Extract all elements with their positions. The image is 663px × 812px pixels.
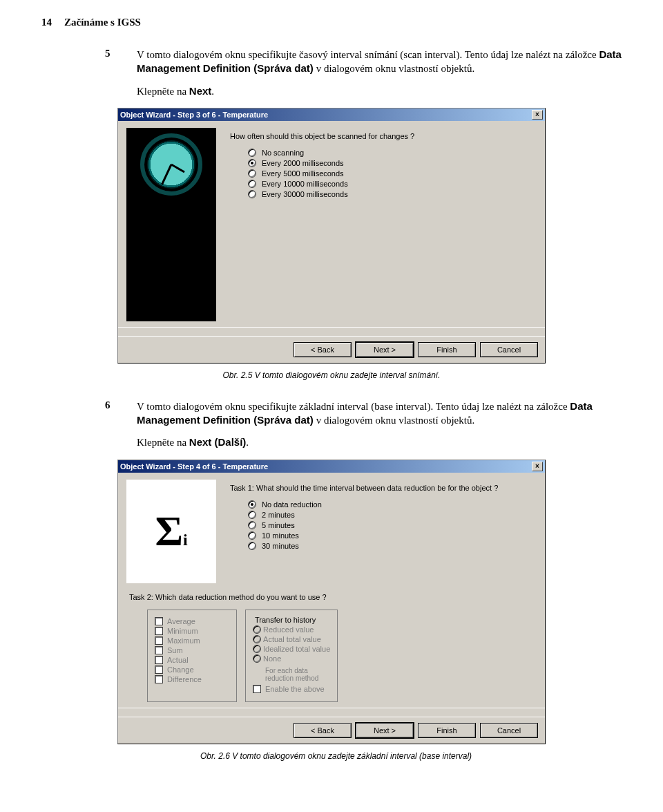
checkbox-icon[interactable] bbox=[155, 627, 163, 635]
transfer-history-box: Transfer to history Reduced value Actual… bbox=[245, 610, 338, 702]
finish-button[interactable]: Finish bbox=[418, 723, 476, 738]
back-button[interactable]: < Back bbox=[294, 723, 352, 738]
sigma-icon: Σi bbox=[155, 507, 187, 556]
checkbox-icon[interactable] bbox=[155, 656, 163, 664]
close-icon[interactable]: × bbox=[532, 462, 543, 471]
radio-option[interactable]: 2 minutes bbox=[248, 511, 534, 519]
radio-label: Every 10000 milliseconds bbox=[262, 180, 348, 188]
radio-label: Every 5000 milliseconds bbox=[262, 169, 344, 178]
checkbox-icon[interactable] bbox=[155, 636, 163, 645]
button-row: < Back Next > Finish Cancel bbox=[118, 717, 545, 744]
cancel-button[interactable]: Cancel bbox=[480, 723, 538, 738]
page-header: 14 Začínáme s IGSS bbox=[41, 17, 622, 28]
radio-icon[interactable] bbox=[248, 169, 256, 178]
fieldset-legend: Transfer to history bbox=[253, 616, 318, 624]
reduction-methods-box: Average Minimum Maximum Sum Actual Chang… bbox=[147, 610, 237, 702]
radio-option: Actual total value bbox=[253, 635, 330, 643]
page-title: Začínáme s IGSS bbox=[64, 17, 141, 28]
radio-option[interactable]: Every 5000 milliseconds bbox=[248, 169, 534, 178]
checkbox-option[interactable]: Difference bbox=[155, 675, 229, 683]
wizard-dialog-step3: Object Wizard - Step 3 of 6 - Temperatur… bbox=[117, 108, 546, 363]
next-button[interactable]: Next > bbox=[356, 723, 414, 738]
radio-option[interactable]: 30 minutes bbox=[248, 542, 534, 550]
task2-text: Task 2: Which data reduction method do y… bbox=[129, 593, 537, 601]
titlebar[interactable]: Object Wizard - Step 4 of 6 - Temperatur… bbox=[118, 460, 545, 473]
titlebar[interactable]: Object Wizard - Step 3 of 6 - Temperatur… bbox=[118, 108, 545, 121]
radio-option[interactable]: Every 2000 milliseconds bbox=[248, 159, 534, 167]
radio-option[interactable]: 10 minutes bbox=[248, 531, 534, 540]
radio-option: Reduced value bbox=[253, 625, 330, 634]
checkbox-icon[interactable] bbox=[155, 646, 163, 654]
checkbox-icon[interactable] bbox=[155, 675, 163, 683]
cancel-button[interactable]: Cancel bbox=[480, 342, 538, 357]
radio-label: 30 minutes bbox=[262, 542, 299, 550]
radio-option[interactable]: Every 10000 milliseconds bbox=[248, 180, 534, 188]
page-number: 14 bbox=[41, 17, 52, 28]
radio-icon bbox=[253, 625, 261, 634]
close-icon[interactable]: × bbox=[532, 110, 543, 120]
radio-icon[interactable] bbox=[248, 500, 256, 509]
radio-icon[interactable] bbox=[248, 521, 256, 529]
checkbox-icon[interactable] bbox=[155, 617, 163, 625]
radio-label: Every 30000 milliseconds bbox=[262, 190, 348, 198]
radio-option: None bbox=[253, 654, 330, 663]
radio-option[interactable]: No scanning bbox=[248, 149, 534, 157]
checkbox-option: Enable the above bbox=[253, 685, 330, 693]
radio-option: Idealized total value bbox=[253, 645, 330, 653]
radio-icon[interactable] bbox=[248, 531, 256, 540]
checkbox-option[interactable]: Sum bbox=[155, 646, 229, 654]
note-text: For each data bbox=[265, 667, 330, 674]
checkbox-option[interactable]: Maximum bbox=[155, 636, 229, 645]
wizard-dialog-step4: Object Wizard - Step 4 of 6 - Temperatur… bbox=[117, 460, 546, 744]
checkbox-option[interactable]: Average bbox=[155, 617, 229, 625]
radio-label: No data reduction bbox=[262, 500, 322, 509]
radio-label: No scanning bbox=[262, 149, 304, 157]
radio-icon bbox=[253, 635, 261, 643]
window-title: Object Wizard - Step 3 of 6 - Temperatur… bbox=[120, 111, 268, 119]
radio-icon bbox=[253, 645, 261, 653]
checkbox-option[interactable]: Minimum bbox=[155, 627, 229, 635]
next-button[interactable]: Next > bbox=[356, 342, 414, 357]
radio-label: 2 minutes bbox=[262, 511, 295, 519]
radio-label: 5 minutes bbox=[262, 521, 295, 529]
radio-icon[interactable] bbox=[248, 542, 256, 550]
wizard-graphic bbox=[126, 128, 216, 321]
radio-option[interactable]: Every 30000 milliseconds bbox=[248, 190, 534, 198]
question-text: How often should this object be scanned … bbox=[230, 132, 534, 140]
radio-icon[interactable] bbox=[248, 511, 256, 519]
step-body: V tomto dialogovém oknu specifikujte čas… bbox=[137, 48, 622, 98]
radio-label: Every 2000 milliseconds bbox=[262, 159, 344, 167]
button-row: < Back Next > Finish Cancel bbox=[118, 336, 545, 363]
task1-text: Task 1: What should the time interval be… bbox=[230, 484, 534, 492]
radio-option[interactable]: No data reduction bbox=[248, 500, 534, 509]
figure-caption: Obr. 2.5 V tomto dialogovém oknu zadejte… bbox=[41, 370, 622, 380]
checkbox-icon[interactable] bbox=[155, 665, 163, 674]
step-number: 5 bbox=[105, 48, 117, 98]
back-button[interactable]: < Back bbox=[294, 342, 352, 357]
finish-button[interactable]: Finish bbox=[418, 342, 476, 357]
radio-icon[interactable] bbox=[248, 180, 256, 188]
checkbox-option[interactable]: Actual bbox=[155, 656, 229, 664]
wizard-graphic: Σi bbox=[126, 480, 216, 583]
step-number: 6 bbox=[105, 399, 117, 450]
radio-icon[interactable] bbox=[248, 159, 256, 167]
window-title: Object Wizard - Step 4 of 6 - Temperatur… bbox=[120, 462, 268, 471]
checkbox-option[interactable]: Change bbox=[155, 665, 229, 674]
note-text: reduction method bbox=[265, 674, 330, 682]
checkbox-icon bbox=[253, 685, 261, 693]
radio-icon[interactable] bbox=[248, 149, 256, 157]
clock-icon bbox=[140, 133, 202, 196]
radio-icon bbox=[253, 654, 261, 663]
radio-label: 10 minutes bbox=[262, 531, 299, 540]
step-body: V tomto dialogovém oknu specifikujte zák… bbox=[137, 399, 622, 450]
radio-option[interactable]: 5 minutes bbox=[248, 521, 534, 529]
figure-caption: Obr. 2.6 V tomto dialogovém oknu zadejte… bbox=[41, 751, 622, 761]
radio-icon[interactable] bbox=[248, 190, 256, 198]
